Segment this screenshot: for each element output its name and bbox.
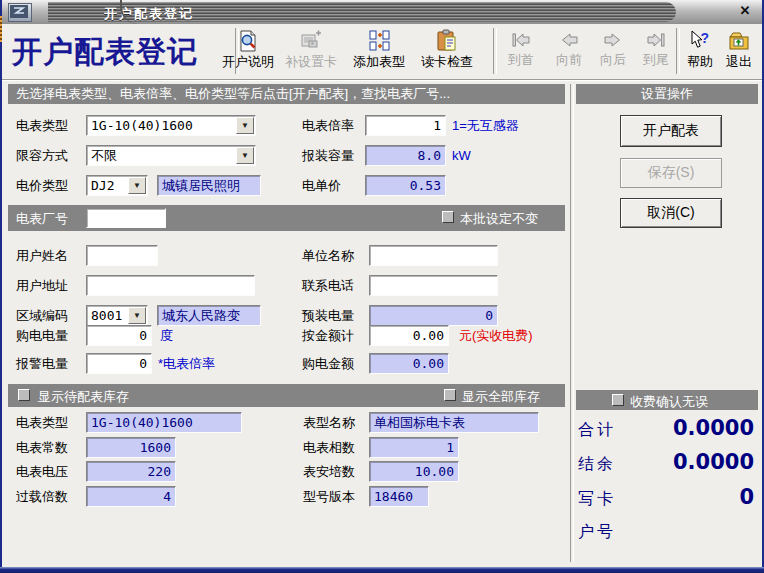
model-name-field <box>369 412 539 433</box>
price-type-combobox[interactable]: DJ2 ▼ <box>86 175 148 196</box>
price-type-value: DJ2 <box>91 177 114 194</box>
user-name-input[interactable] <box>86 245 158 266</box>
panel-divider <box>570 84 574 562</box>
buy-energy-label: 购电电量 <box>16 325 68 346</box>
buy-amount-label: 购电金额 <box>302 353 354 374</box>
show-pending-stock-checkbox[interactable] <box>18 389 30 401</box>
area-code-value: 8001 <box>91 307 122 324</box>
show-all-stock-label: 显示全部库存 <box>462 388 540 406</box>
first-record-icon <box>499 29 543 51</box>
exit-folder-icon <box>719 29 759 53</box>
window-border-left <box>0 0 2 573</box>
fee-confirm-label: 收费确认无误 <box>630 393 708 411</box>
voltage-field <box>86 461 176 482</box>
phone-input[interactable] <box>369 275 498 296</box>
toolbar-button-label: 向前 <box>547 51 591 69</box>
model-version-label: 型号版本 <box>303 486 355 507</box>
factory-number-bar: 电表厂号 本批设定不变 <box>8 205 565 231</box>
multiplier-note: 1=无互感器 <box>452 115 519 136</box>
read-card-check-button[interactable]: 读卡检查 <box>416 28 478 76</box>
meter-const-label: 电表常数 <box>16 437 68 458</box>
meter-type-combobox[interactable]: 1G-10(40)1600 ▼ <box>86 115 256 136</box>
voltage-label: 电表电压 <box>16 461 68 482</box>
batch-fixed-checkbox-label: 本批设定不变 <box>460 210 538 228</box>
ampere-field <box>369 461 459 482</box>
help-button[interactable]: ? 帮助 <box>680 28 720 76</box>
page-title: 开户配表登记 <box>12 32 198 73</box>
toolbar-button-label: 补设置卡 <box>280 53 342 71</box>
go-first-button[interactable]: 到首 <box>499 28 543 76</box>
toolbar-button-label: 添加表型 <box>348 53 410 71</box>
chevron-down-icon[interactable]: ▼ <box>236 117 254 134</box>
last-record-icon <box>634 29 678 51</box>
fee-confirm-checkbox[interactable] <box>612 394 624 406</box>
close-button[interactable]: ✕ <box>736 2 754 20</box>
preset-energy-label: 预装电量 <box>302 305 354 326</box>
chevron-down-icon[interactable]: ▼ <box>128 177 146 194</box>
save-button[interactable]: 保存(S) <box>620 158 722 188</box>
by-amount-note: 元(实收电费) <box>459 325 533 346</box>
setup-card-icon: * <box>280 29 342 53</box>
area-name-tag: 城东人民路变 <box>157 305 261 326</box>
confirm-bar: 收费确认无误 <box>576 390 758 410</box>
phases-label: 电表相数 <box>303 437 355 458</box>
address-input[interactable] <box>86 275 255 296</box>
buy-energy-unit-note: 度 <box>160 325 173 346</box>
by-amount-input[interactable] <box>369 325 449 346</box>
toolbar: 开户配表登记 开户说明 * 补设置卡 添加表型 读卡检查 <box>2 24 762 81</box>
show-all-stock-checkbox[interactable] <box>444 389 456 401</box>
svg-text:*: * <box>311 41 314 48</box>
svg-text:?: ? <box>701 30 710 46</box>
by-amount-label: 按金额计 <box>302 325 354 346</box>
area-code-combobox[interactable]: 8001 ▼ <box>86 305 148 326</box>
meter-type-label: 电表类型 <box>16 115 68 136</box>
meter-const-field <box>86 437 176 458</box>
toolbar-button-label: 帮助 <box>680 53 720 71</box>
open-account-config-button[interactable]: 开户配表 <box>620 115 722 147</box>
stock-meter-type-label: 电表类型 <box>16 412 68 433</box>
go-last-button[interactable]: 到尾 <box>634 28 678 76</box>
alarm-energy-note: *电表倍率 <box>158 353 215 374</box>
area-code-label: 区域编码 <box>16 305 68 326</box>
window-border-bottom <box>0 567 764 573</box>
supplement-card-button[interactable]: * 补设置卡 <box>280 28 342 76</box>
overload-field <box>86 486 176 507</box>
total-value: 0.0000 <box>584 416 754 440</box>
open-account-help-button[interactable]: 开户说明 <box>217 28 279 76</box>
toolbar-button-label: 退出 <box>719 53 759 71</box>
clipboard-icon <box>416 29 478 53</box>
overload-label: 过载倍数 <box>16 486 68 507</box>
limit-mode-combobox[interactable]: 不限 ▼ <box>86 145 256 166</box>
toolbar-separator <box>493 28 497 74</box>
limit-mode-value: 不限 <box>91 147 117 164</box>
address-label: 用户地址 <box>16 275 68 296</box>
buy-energy-input[interactable] <box>86 325 152 346</box>
batch-fixed-checkbox[interactable] <box>442 211 454 223</box>
title-bar[interactable]: 开户配表登记 ✕ <box>2 0 762 24</box>
model-name-label: 表型名称 <box>303 412 355 433</box>
buy-amount-field <box>369 353 449 374</box>
account-number-label: 户号 <box>578 522 616 543</box>
ops-panel-header-text: 设置操作 <box>641 86 693 101</box>
multiplier-input[interactable] <box>365 115 446 136</box>
user-name-label: 用户姓名 <box>16 245 68 266</box>
factory-number-input[interactable] <box>86 208 166 228</box>
go-previous-button[interactable]: 向前 <box>547 28 591 76</box>
multiplier-label: 电表倍率 <box>302 115 354 136</box>
unit-price-field <box>365 175 446 196</box>
add-meter-model-button[interactable]: 添加表型 <box>348 28 410 76</box>
alarm-energy-label: 报警电量 <box>16 353 68 374</box>
chevron-down-icon[interactable]: ▼ <box>236 147 254 164</box>
show-pending-stock-label: 显示待配表库存 <box>38 388 129 406</box>
chevron-down-icon[interactable]: ▼ <box>128 307 146 324</box>
ops-panel-header: 设置操作 <box>576 84 758 104</box>
org-name-input[interactable] <box>369 245 498 266</box>
alarm-energy-input[interactable] <box>86 353 152 374</box>
limit-mode-label: 限容方式 <box>16 145 68 166</box>
cancel-button[interactable]: 取消(C) <box>620 198 722 228</box>
go-next-button[interactable]: 向后 <box>591 28 635 76</box>
help-cursor-icon: ? <box>680 29 720 53</box>
exit-button[interactable]: 退出 <box>719 28 759 76</box>
price-type-name-tag: 城镇居民照明 <box>157 175 261 196</box>
title-bar-curve <box>120 0 162 24</box>
